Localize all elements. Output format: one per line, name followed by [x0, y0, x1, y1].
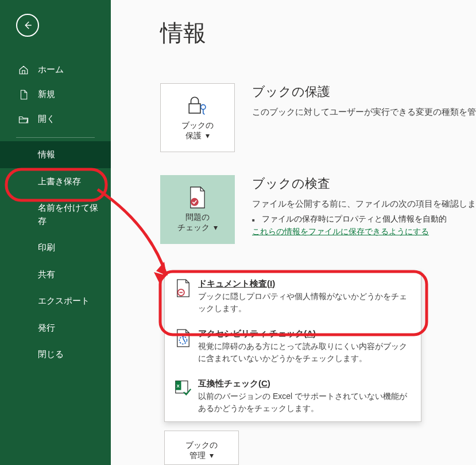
protect-title: ブックの保護	[252, 83, 476, 100]
manage-button-label-2: 管理	[189, 451, 206, 460]
menu-item-compatibility[interactable]: X 互換性チェック(C) 以前のバージョンの Excel でサポートされていない…	[165, 371, 421, 421]
sidebar-item-close[interactable]: 閉じる	[0, 341, 111, 368]
sidebar-item-label: 上書き保存	[38, 175, 81, 188]
inspect-bullet: ファイルの保存時にプロパティと個人情報を自動的	[262, 214, 447, 224]
sidebar-item-export[interactable]: エクスポート	[0, 288, 111, 315]
sidebar-item-new[interactable]: 新規	[0, 82, 111, 107]
chevron-down-icon: ▾	[208, 451, 214, 460]
home-icon	[17, 65, 30, 75]
menu-item-accessibility[interactable]: アクセシビリティ チェック(A) 視覚に障碍のある方にとって読み取りにくい内容が…	[165, 321, 421, 371]
inspect-desc: ファイルを公開する前に、ファイルの次の項目を確認しま	[252, 197, 476, 211]
sidebar-item-label: 印刷	[38, 241, 55, 254]
svg-rect-0	[189, 104, 200, 113]
sidebar-item-label: ホーム	[38, 64, 64, 75]
protect-button-label-2: 保護	[185, 131, 202, 140]
sidebar-item-label: 閉じる	[38, 348, 64, 361]
folder-open-icon	[17, 115, 30, 124]
section-protect: ブックの 保護 ▾ ブックの保護 このブックに対してユーザーが実行できる変更の種…	[160, 83, 476, 152]
sidebar-item-label: 情報	[38, 148, 55, 161]
svg-point-2	[191, 198, 199, 206]
sidebar-item-save-as[interactable]: 名前を付けて保存	[0, 195, 111, 234]
check-issues-button[interactable]: 問題の チェック ▾	[160, 175, 235, 244]
page-title: 情報	[160, 17, 476, 49]
lock-key-icon	[186, 94, 209, 117]
svg-point-1	[201, 104, 206, 109]
chevron-down-icon: ▾	[212, 223, 218, 232]
menu-item-title: アクセシビリティ チェック(A)	[198, 328, 413, 339]
sidebar-item-label: エクスポート	[38, 294, 90, 308]
check-button-label-1: 問題の	[185, 212, 210, 222]
sidebar-item-print[interactable]: 印刷	[0, 234, 111, 261]
sidebar-item-label: 名前を付けて保存	[38, 202, 98, 227]
sidebar-item-info[interactable]: 情報	[0, 141, 111, 168]
inspect-title: ブックの検査	[252, 175, 476, 192]
sidebar: ホーム 新規 開く 情報 上書き保存 名前を付けて保存 印刷 共有 エクスポート	[0, 0, 111, 465]
menu-item-desc: ブックに隠しプロパティや個人情報がないかどうかをチェックします。	[198, 290, 413, 315]
menu-item-desc: 視覚に障碍のある方にとって読み取りにくい内容がブックに含まれていないかどうかをチ…	[198, 340, 413, 365]
menu-item-desc: 以前のバージョンの Excel でサポートされていない機能があるかどうかをチェッ…	[198, 390, 413, 414]
protect-desc: このブックに対してユーザーが実行できる変更の種類を管	[252, 105, 476, 119]
inspect-link[interactable]: これらの情報をファイルに保存できるようにする	[252, 227, 476, 237]
check-button-label-2: チェック	[177, 223, 210, 232]
sidebar-item-label: 共有	[38, 268, 55, 281]
sidebar-item-label: 新規	[38, 89, 55, 100]
menu-item-title: 互換性チェック(C)	[198, 378, 413, 389]
check-issues-dropdown: ドキュメント検査(I) ブックに隠しプロパティや個人情報がないかどうかをチェック…	[164, 271, 421, 422]
menu-item-inspect-document[interactable]: ドキュメント検査(I) ブックに隠しプロパティや個人情報がないかどうかをチェック…	[165, 272, 421, 321]
chevron-down-icon: ▾	[204, 131, 210, 140]
manage-workbook-button[interactable]: ブックの 管理 ▾	[164, 431, 239, 465]
section-inspect: 問題の チェック ▾ ブックの検査 ファイルを公開する前に、ファイルの次の項目を…	[160, 175, 476, 244]
sidebar-item-home[interactable]: ホーム	[0, 57, 111, 82]
protect-button-label-1: ブックの	[181, 121, 214, 130]
protect-workbook-button[interactable]: ブックの 保護 ▾	[160, 83, 235, 152]
sidebar-item-publish[interactable]: 発行	[0, 315, 111, 342]
sidebar-item-label: 発行	[38, 321, 55, 335]
compatibility-icon: X	[173, 378, 194, 399]
document-check-icon	[186, 186, 209, 209]
sidebar-item-share[interactable]: 共有	[0, 261, 111, 288]
sidebar-divider	[16, 137, 95, 138]
manage-button-label-1: ブックの	[185, 440, 218, 450]
sidebar-item-save[interactable]: 上書き保存	[0, 168, 111, 195]
sidebar-item-open[interactable]: 開く	[0, 107, 111, 131]
menu-item-title: ドキュメント検査(I)	[198, 278, 413, 289]
document-icon	[17, 90, 30, 100]
back-arrow-icon	[22, 20, 33, 30]
inspect-document-icon	[173, 278, 194, 299]
sidebar-item-label: 開く	[38, 114, 55, 125]
accessibility-icon	[173, 328, 194, 349]
back-button[interactable]	[16, 14, 39, 37]
svg-text:X: X	[177, 383, 180, 389]
